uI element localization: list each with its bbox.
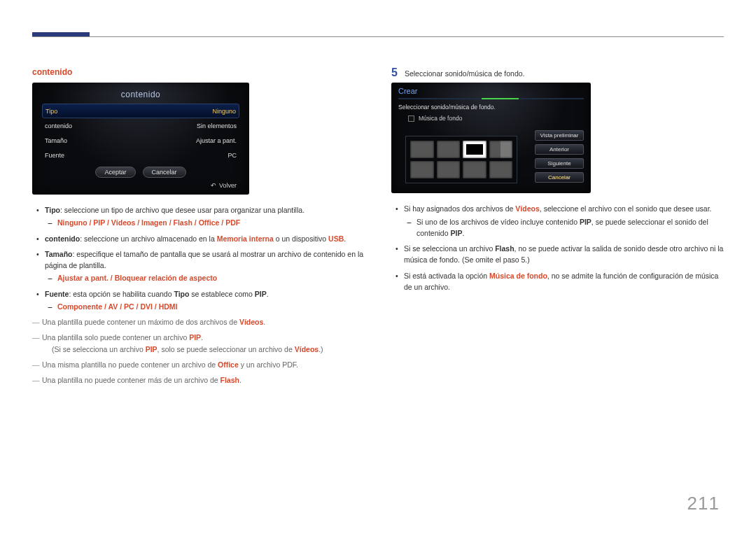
panel-buttons: Aceptar Cancelar bbox=[42, 167, 239, 178]
bullet-r2: Si se selecciona un archivo Flash, no se… bbox=[391, 243, 724, 266]
term: contenido bbox=[45, 234, 80, 243]
progress-track bbox=[398, 98, 584, 99]
settings-row-tamano[interactable]: Tamaño Ajustar a pant. bbox=[42, 133, 239, 148]
term: Flash bbox=[220, 376, 239, 384]
term: Tipo bbox=[174, 290, 189, 298]
options: Componente / AV / PC / DVI / HDMI bbox=[57, 302, 178, 311]
dash-2-sub: (Si se selecciona un archivo PIP, solo s… bbox=[42, 344, 365, 355]
thumbnail-grid bbox=[410, 141, 512, 178]
cancel-button[interactable]: Cancelar bbox=[143, 167, 186, 178]
checkbox-icon[interactable] bbox=[408, 115, 414, 122]
sub-tamano-options: Ajustar a pant. / Bloquear relación de a… bbox=[45, 272, 365, 283]
bullet-r1: Si hay asignados dos archivos de Vídeos,… bbox=[391, 203, 724, 239]
text: . bbox=[263, 318, 265, 326]
term: Vídeos bbox=[239, 318, 263, 326]
section-title-contenido: contenido bbox=[32, 67, 365, 77]
page-content: contenido contenido Tipo Ninguno conteni… bbox=[32, 67, 724, 390]
text: Una plantilla no puede contener más de u… bbox=[42, 376, 220, 384]
preview-button[interactable]: Vista preliminar bbox=[535, 130, 584, 141]
options: Ninguno / PIP / Vídeos / Imagen / Flash … bbox=[57, 218, 240, 227]
sub-fuente-options: Componente / AV / PC / DVI / HDMI bbox=[45, 301, 365, 312]
options: Ajustar a pant. / Bloquear relación de a… bbox=[57, 274, 217, 282]
thumbnail-selected[interactable] bbox=[463, 141, 486, 158]
bullet-r3: Si está activada la opción Música de fon… bbox=[391, 270, 724, 293]
text: . bbox=[344, 234, 346, 243]
text: Una plantilla solo puede contener un arc… bbox=[42, 333, 189, 342]
contenido-panel: contenido Tipo Ninguno contenido Sin ele… bbox=[32, 83, 249, 195]
term: Memoria interna bbox=[217, 234, 274, 243]
row-value: Sin elementos bbox=[197, 122, 237, 129]
term: Tamaño bbox=[45, 250, 72, 258]
checkbox-label: Música de fondo bbox=[419, 115, 462, 122]
term: PIP bbox=[450, 229, 462, 237]
thumbnail-area bbox=[405, 136, 517, 183]
bullet-contenido: contenido: seleccione un archivo almacen… bbox=[32, 233, 365, 244]
text: . bbox=[462, 229, 464, 237]
term: PIP bbox=[189, 333, 201, 342]
crear-left: Música de fondo bbox=[398, 115, 528, 183]
term: Fuente bbox=[45, 290, 69, 298]
thumbnail[interactable] bbox=[437, 161, 461, 178]
text: .) bbox=[318, 345, 323, 353]
prev-button[interactable]: Anterior bbox=[535, 144, 584, 155]
text: Una misma plantilla no puede contener un… bbox=[42, 360, 218, 369]
thumbnail[interactable] bbox=[489, 161, 513, 178]
text: Una plantilla puede contener un máximo d… bbox=[42, 318, 239, 326]
crear-body: Música de fondo bbox=[398, 115, 584, 183]
panel-title: contenido bbox=[42, 90, 239, 99]
thumbnail[interactable] bbox=[410, 161, 434, 178]
crear-title: Crear bbox=[398, 87, 584, 95]
dash-3: Una misma plantilla no puede contener un… bbox=[32, 359, 365, 370]
settings-row-tipo[interactable]: Tipo Ninguno bbox=[42, 104, 239, 118]
sub-r1: Si uno de los archivos de vídeo incluye … bbox=[404, 216, 724, 239]
crear-side-buttons: Vista preliminar Anterior Siguiente Canc… bbox=[535, 130, 584, 183]
thumbnail[interactable] bbox=[489, 141, 513, 158]
text: : seleccione un archivo almacenado en la bbox=[80, 234, 217, 243]
sub-tipo-options: Ninguno / PIP / Vídeos / Imagen / Flash … bbox=[45, 217, 365, 228]
bg-music-checkbox-row[interactable]: Música de fondo bbox=[408, 115, 528, 122]
row-value: PC bbox=[227, 152, 237, 159]
dash-1: Una plantilla puede contener un máximo d… bbox=[32, 316, 365, 328]
next-button[interactable]: Siguiente bbox=[535, 158, 584, 169]
settings-row-fuente[interactable]: Fuente PC bbox=[42, 148, 239, 162]
header-rule bbox=[32, 36, 724, 37]
right-column: 5 Seleccionar sonido/música de fondo. Cr… bbox=[391, 67, 724, 390]
term: Tipo bbox=[45, 206, 60, 214]
bullet-tamano: Tamaño: especifique el tamaño de pantall… bbox=[32, 248, 365, 284]
text: : especifique el tamaño de pantalla que … bbox=[45, 250, 363, 269]
dash-4: Una plantilla no puede contener más de u… bbox=[32, 374, 365, 386]
step-5: 5 Seleccionar sonido/música de fondo. bbox=[391, 67, 724, 78]
thumbnail[interactable] bbox=[437, 141, 461, 158]
accept-button[interactable]: Aceptar bbox=[95, 167, 135, 178]
crear-subtitle: Seleccionar sonido/música de fondo. bbox=[398, 104, 584, 111]
crear-panel: Crear Seleccionar sonido/música de fondo… bbox=[391, 83, 591, 193]
text: (Si se selecciona un archivo bbox=[52, 345, 146, 353]
right-bullets: Si hay asignados dos archivos de Vídeos,… bbox=[391, 203, 724, 293]
term: Flash bbox=[495, 244, 514, 253]
row-label: Tamaño bbox=[45, 137, 67, 144]
left-dashlist: Una plantilla puede contener un máximo d… bbox=[32, 316, 365, 386]
term: USB bbox=[328, 234, 344, 243]
text: y un archivo PDF. bbox=[239, 360, 298, 369]
term: Música de fondo bbox=[489, 272, 547, 280]
text: . bbox=[267, 290, 269, 298]
bullet-fuente: Fuente: esta opción se habilita cuando T… bbox=[32, 288, 365, 313]
term: Office bbox=[218, 360, 239, 369]
dash-2: Una plantilla solo puede contener un arc… bbox=[32, 332, 365, 355]
return-label: Volver bbox=[219, 182, 237, 189]
term: PIP bbox=[580, 218, 592, 226]
page-number: 211 bbox=[687, 493, 720, 514]
thumbnail[interactable] bbox=[463, 161, 486, 178]
row-value: Ajustar a pant. bbox=[196, 137, 237, 144]
text: , solo se puede seleccionar un archivo d… bbox=[158, 345, 295, 353]
left-bullets: Tipo: seleccione un tipo de archivo que … bbox=[32, 204, 365, 312]
text: Si está activada la opción bbox=[404, 272, 489, 280]
text: : esta opción se habilita cuando bbox=[69, 290, 174, 298]
settings-row-contenido[interactable]: contenido Sin elementos bbox=[42, 118, 239, 133]
text: se establece como bbox=[189, 290, 254, 298]
thumbnail[interactable] bbox=[410, 141, 434, 158]
panel-footer: ↶Volver bbox=[42, 182, 239, 189]
cancel-button[interactable]: Cancelar bbox=[535, 172, 584, 183]
step-number: 5 bbox=[391, 67, 398, 78]
text: Si hay asignados dos archivos de bbox=[404, 204, 515, 213]
